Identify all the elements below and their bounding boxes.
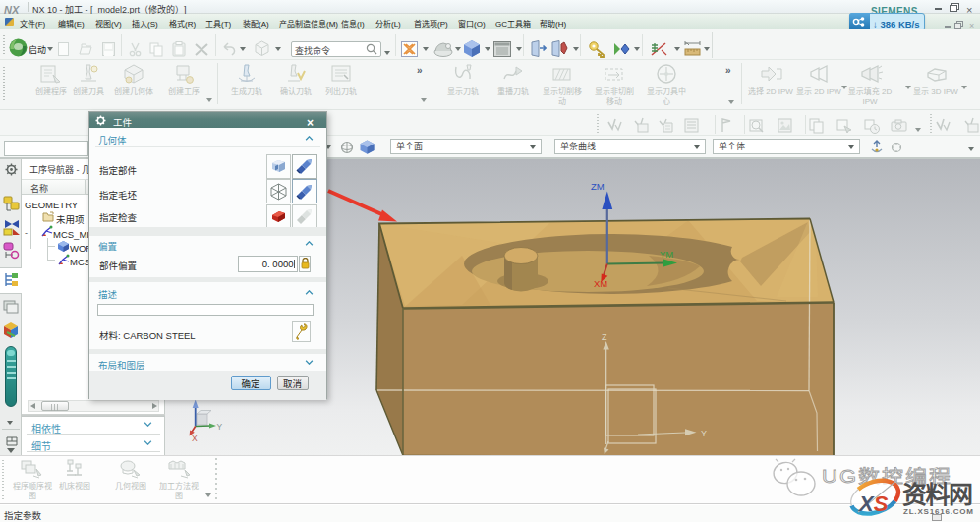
svg-text:Z: Z — [602, 330, 607, 343]
svg-text:Y: Y — [217, 420, 223, 432]
svg-text:YM: YM — [660, 247, 673, 261]
svg-text:X: X — [192, 432, 198, 443]
svg-text:Y: Y — [701, 427, 707, 439]
svg-text:XM: XM — [594, 276, 607, 290]
svg-text:ZM: ZM — [591, 179, 605, 193]
